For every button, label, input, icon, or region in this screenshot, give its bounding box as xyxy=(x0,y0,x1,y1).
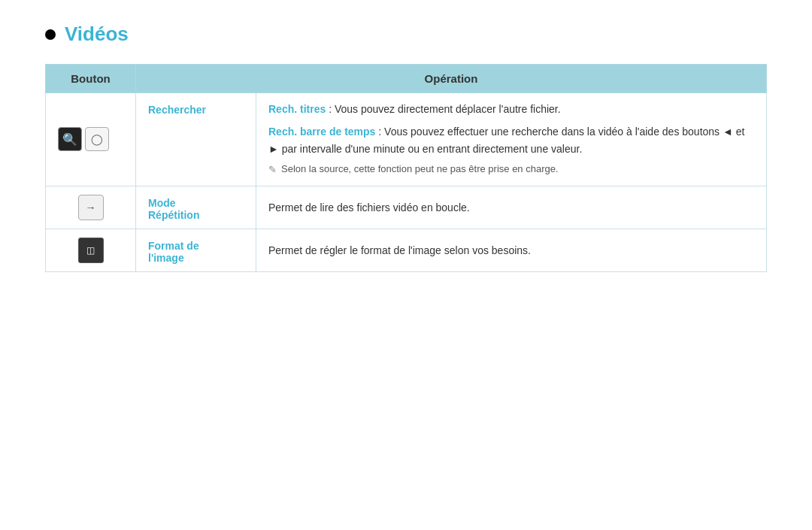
format-icon: ◫ xyxy=(78,238,104,263)
note-text: Selon la source, cette fonction peut ne … xyxy=(281,162,559,177)
operation-cell-repetition: Permet de lire des fichiers vidéo en bou… xyxy=(256,186,767,229)
label-cell-format: Format de l'image xyxy=(136,229,256,271)
search-light-icon: ◯ xyxy=(85,127,109,151)
search-dark-icon: 🔍 xyxy=(58,127,82,151)
rech-barre-line: Rech. barre de temps : Vous pouvez effec… xyxy=(268,123,754,157)
table-row: ◫ Format de l'image Permet de régler le … xyxy=(46,229,767,271)
rech-titres-text: : Vous pouvez directement déplacer l'aut… xyxy=(326,103,560,115)
rech-titres-label: Rech. titres xyxy=(268,103,326,115)
bouton-cell-repetition: → xyxy=(46,186,136,229)
search-icons: 🔍 ◯ xyxy=(58,127,123,151)
bouton-cell-rechercher: 🔍 ◯ xyxy=(46,93,136,186)
rechercher-label: Rechercher xyxy=(148,104,206,116)
page-title-section: Vidéos xyxy=(45,23,767,46)
repetition-label: Répétition xyxy=(148,209,199,221)
note-line: ✎ Selon la source, cette fonction peut n… xyxy=(268,162,754,178)
videos-table: Bouton Opération 🔍 ◯ Rechercher Rech. ti… xyxy=(45,64,767,272)
mode-label: Mode xyxy=(148,197,176,209)
page-title: Vidéos xyxy=(65,23,129,46)
table-row: 🔍 ◯ Rechercher Rech. titres : Vous pouve… xyxy=(46,93,767,186)
col-header-bouton: Bouton xyxy=(46,65,136,93)
label-cell-repetition: Mode Répétition xyxy=(136,186,256,229)
bouton-cell-format: ◫ xyxy=(46,229,136,271)
table-row: → Mode Répétition Permet de lire des fic… xyxy=(46,186,767,229)
repeat-icon: → xyxy=(78,195,104,220)
note-icon: ✎ xyxy=(268,162,277,178)
label-cell-rechercher: Rechercher xyxy=(136,93,256,186)
operation-cell-format: Permet de régler le format de l'image se… xyxy=(256,229,767,271)
col-header-operation: Opération xyxy=(136,65,767,93)
bullet-icon xyxy=(45,29,56,40)
rech-barre-label: Rech. barre de temps xyxy=(268,126,375,138)
operation-cell-rechercher: Rech. titres : Vous pouvez directement d… xyxy=(256,93,767,186)
repetition-operation-text: Permet de lire des fichiers vidéo en bou… xyxy=(268,201,470,214)
limage-label: l'image xyxy=(148,252,184,264)
table-header-row: Bouton Opération xyxy=(46,65,767,93)
rech-titres-line: Rech. titres : Vous pouvez directement d… xyxy=(268,101,754,117)
format-operation-text: Permet de régler le format de l'image se… xyxy=(268,244,531,256)
format-de-label: Format de xyxy=(148,240,199,252)
